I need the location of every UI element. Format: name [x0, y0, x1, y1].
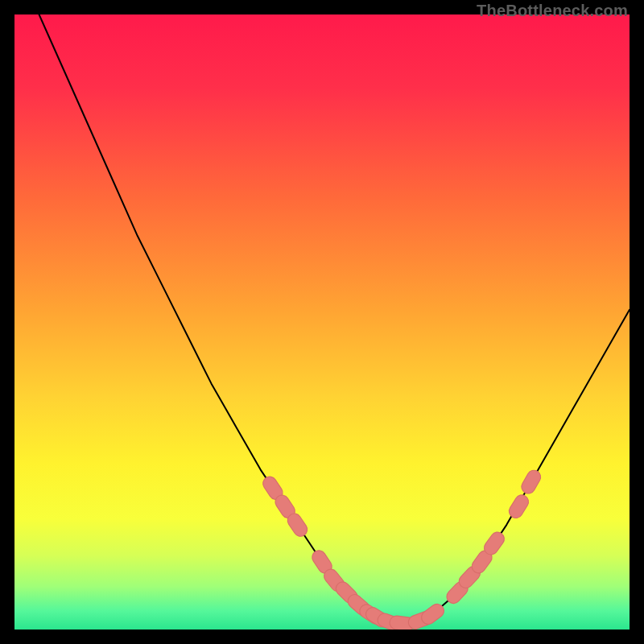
bottleneck-curve: [39, 14, 630, 623]
curve-marker: [506, 493, 530, 521]
watermark-text: TheBottleneck.com: [477, 2, 628, 20]
curve-layer: [14, 14, 630, 630]
chart-stage: TheBottleneck.com: [0, 0, 644, 644]
plot-area: [14, 14, 630, 630]
marker-group: [260, 468, 543, 630]
curve-marker: [519, 468, 543, 496]
